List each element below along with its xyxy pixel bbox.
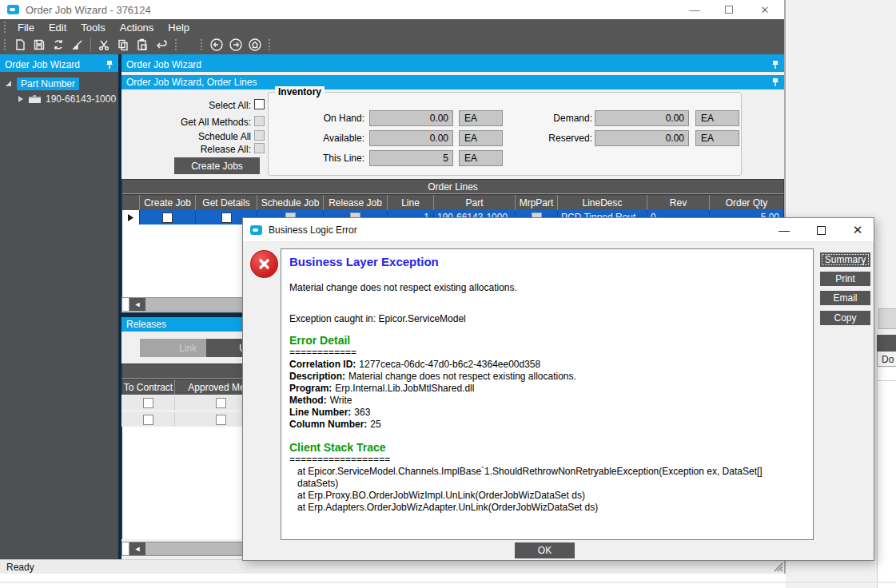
error-content[interactable]: Business Layer Exception Material change… [281,248,814,540]
tree-item-label[interactable]: Part Number [17,77,79,90]
refresh-button[interactable] [49,36,68,54]
sidebar-tree: Part Number 190-66143-1000 [0,72,118,559]
summary-button[interactable]: Summary [820,252,870,267]
to-contract-cell[interactable] [122,412,175,427]
row-selector[interactable] [122,210,140,224]
resize-grip[interactable] [773,562,783,572]
print-button[interactable]: Print [820,272,870,286]
new-icon [14,38,26,51]
error-icon [250,250,278,278]
release-all-label: Release All: [137,144,251,155]
home-button[interactable] [245,36,265,54]
col-header-release-job[interactable]: Release Job [324,195,388,210]
scrollbar-box[interactable] [122,542,129,555]
toolbar-grip4 [269,39,271,50]
menu-item-edit[interactable]: Edit [42,22,74,34]
back-button[interactable] [207,36,226,54]
dialog-maximize-button[interactable] [814,224,828,236]
get-all-methods-label: Get All Methods: [137,117,251,128]
detail-correlation-id: Correlation ID:1277ceca-06dc-47d0-b6c2-4… [289,359,805,371]
home-icon [248,38,262,52]
copy-button[interactable]: Copy [820,311,870,325]
window-title: Order Job Wizard - 376124 [26,4,151,16]
reserved-label: Reserved: [532,133,592,144]
sidebar-pin-icon[interactable] [106,60,113,70]
tree-item-part-number[interactable]: Part Number [5,77,118,90]
on-hand-field: 0.00 [369,110,453,126]
menu-item-actions[interactable]: Actions [113,22,161,34]
save-button[interactable] [30,36,49,54]
tree-item-part[interactable]: 190-66143-1000 [18,92,118,105]
bg-column-header: Do [877,352,896,367]
cut-button[interactable] [94,36,113,54]
schedule-all-label: Schedule All [137,131,251,142]
create-job-checkbox[interactable] [162,213,173,223]
row-arrow-icon [128,214,133,221]
order-lines-group-header: Order Lines [121,179,784,194]
col-header-to-contract[interactable]: To Contract [122,379,175,395]
maximize-button[interactable] [721,3,737,16]
dialog-close-button[interactable]: ✕ [850,224,865,236]
approved-method-checkbox[interactable] [216,415,226,425]
paste-icon [136,38,149,51]
menu-item-file[interactable]: File [10,22,42,34]
new-button[interactable] [10,36,30,54]
to-contract-checkbox[interactable] [143,398,153,408]
menu-item-tools[interactable]: Tools [74,22,112,34]
release-all-checkbox [254,143,265,153]
ok-button[interactable]: OK [515,542,575,558]
create-jobs-button[interactable]: Create Jobs [174,157,260,174]
col-header-schedule-job[interactable]: Schedule Job [257,195,324,210]
approved-method-checkbox[interactable] [216,398,226,408]
email-button[interactable]: Email [820,291,870,305]
col-header-rev[interactable]: Rev [647,195,710,210]
stack-trace-line: at Erp.Adapters.OrderJobWizAdapter.UnLin… [289,502,805,514]
available-label: Available: [293,133,364,144]
col-header-line[interactable]: Line [388,195,434,210]
col-header-get-details[interactable]: Get Details [196,195,257,210]
save-icon [33,38,46,51]
select-all-checkbox[interactable] [254,99,265,109]
dialog-icon [250,225,262,235]
dialog-title: Business Logic Error [269,224,357,236]
demand-label: Demand: [532,113,592,124]
scroll-left-button[interactable]: ◄ [129,542,145,555]
forward-button[interactable] [226,36,245,54]
undo-button[interactable] [152,36,171,54]
get-details-checkbox[interactable] [221,213,232,223]
col-header-order-qty[interactable]: Order Qty [710,195,783,210]
status-bar: Ready [0,559,784,574]
dialog-minimize-button[interactable]: — [777,224,791,236]
menu-item-help[interactable]: Help [161,22,197,34]
inventory-title: Inventory [275,86,325,97]
tree-expand-icon[interactable] [18,95,24,103]
copy-button[interactable] [113,36,133,54]
cut-icon [98,38,110,51]
order-lines-panel-header: Order Job Wizard, Order Lines [121,75,784,89]
toolbar-grip2 [175,39,177,50]
close-button[interactable]: ✕ [757,3,773,16]
tree-collapse-icon[interactable] [5,80,12,87]
col-header-mrppart[interactable]: MrpPart [516,195,558,210]
main-pin-icon[interactable] [771,60,779,70]
to-contract-cell[interactable] [122,395,175,410]
schedule-all-checkbox [254,130,265,141]
paste-button[interactable] [133,36,152,54]
tree-item-label[interactable]: 190-66143-1000 [46,93,116,105]
create-job-cell[interactable] [140,210,196,224]
error-x-icon [257,257,271,271]
scroll-left-button[interactable]: ◄ [129,298,145,311]
minimize-button[interactable]: — [687,3,703,16]
menubar: File Edit Tools Actions Help [0,19,784,35]
scrollbar-box[interactable] [122,298,129,311]
col-header-part[interactable]: Part [434,195,516,210]
col-header-create-job[interactable]: Create Job [140,195,196,210]
to-contract-checkbox[interactable] [143,415,153,425]
col-header-linedesc[interactable]: LineDesc [558,195,647,210]
order-lines-pin-icon[interactable] [771,77,779,87]
row-selector-header [122,195,140,210]
detail-program: Program:Erp.Internal.Lib.JobMtlShared.dl… [289,383,805,395]
folder-icon [28,93,42,104]
clear-button[interactable] [68,36,87,54]
bg-button-fragment [878,308,896,329]
